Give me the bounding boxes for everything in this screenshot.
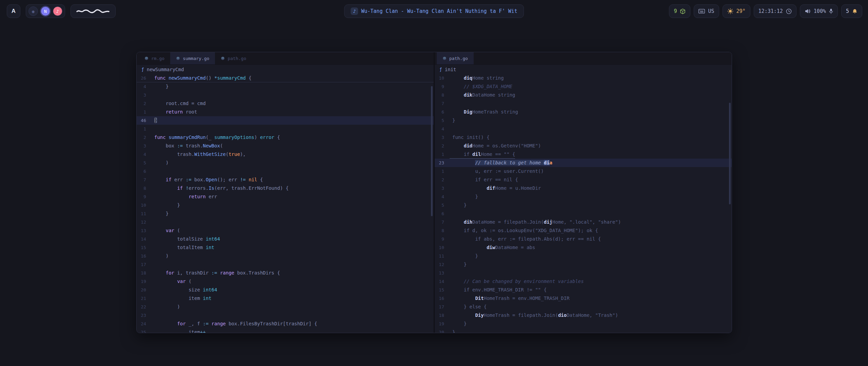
code-line[interactable]: 23 bbox=[137, 311, 434, 320]
line-number: 5 bbox=[137, 159, 152, 167]
code-line[interactable]: 12 bbox=[137, 218, 434, 226]
code-line[interactable]: 17 } else { bbox=[435, 303, 732, 311]
code-line[interactable]: 11 } bbox=[435, 252, 732, 260]
code-line[interactable]: 19 var ( bbox=[137, 277, 434, 286]
code-line[interactable]: 1 u, err := user.Current() bbox=[435, 167, 732, 176]
tab-summary.go[interactable]: summary.go bbox=[170, 52, 215, 64]
code-line[interactable]: 13 var ( bbox=[137, 226, 434, 235]
scrollbar-right[interactable] bbox=[729, 103, 731, 204]
code-line[interactable]: 18 for i, trashDir := range box.TrashDir… bbox=[137, 269, 434, 277]
workspace-1[interactable]: ◉ bbox=[28, 6, 38, 16]
sun-icon bbox=[727, 8, 733, 14]
code-line[interactable]: 4 } bbox=[435, 192, 732, 201]
code-line[interactable]: 14 // Can be changed by environment vari… bbox=[435, 277, 732, 286]
code-line[interactable]: 1 return root bbox=[137, 108, 434, 116]
launcher-button[interactable]: A bbox=[7, 4, 20, 18]
active-window-title-blurred[interactable] bbox=[71, 4, 116, 18]
code-line[interactable]: 16 DitHomeTrash = env.HOME_TRASH_DIR bbox=[435, 294, 732, 303]
line-number: 1 bbox=[137, 108, 152, 116]
code-line[interactable]: 16 ) bbox=[137, 252, 434, 260]
code-line[interactable]: 3 difHome = u.HomeDir bbox=[435, 184, 732, 192]
code-line[interactable]: 20 size int64 bbox=[137, 286, 434, 294]
code-line[interactable]: 10 diqHome string bbox=[435, 74, 732, 82]
line-number: 23 bbox=[435, 159, 450, 167]
top-bar: A ◉N♪ ♪ Wu-Tang Clan - Wu-Tang Clan Ain'… bbox=[0, 0, 868, 22]
now-playing-widget[interactable]: ♪ Wu-Tang Clan - Wu-Tang Clan Ain't Nuth… bbox=[344, 4, 524, 18]
code-line[interactable]: 1 if dilHome == "" { bbox=[435, 150, 732, 159]
code-line[interactable]: 8 if !errors.Is(err, trash.ErrNotFound) … bbox=[137, 184, 434, 192]
line-number: 11 bbox=[435, 252, 450, 260]
code-line[interactable]: 15 totalItem int bbox=[137, 243, 434, 252]
line-number: 13 bbox=[435, 269, 450, 277]
code-line[interactable]: 25 item++ bbox=[137, 328, 434, 333]
weather-pill[interactable]: 29° bbox=[723, 4, 750, 18]
code-line[interactable]: 26func newSummaryCmd() *summaryCmd { bbox=[137, 74, 434, 82]
code-line[interactable]: 3func init() { bbox=[435, 133, 732, 142]
function-icon: ƒ bbox=[141, 67, 144, 72]
code-line[interactable]: 13 bbox=[435, 269, 732, 277]
code-line[interactable]: 1 bbox=[137, 125, 434, 133]
tab-rm.go[interactable]: rm.go bbox=[139, 52, 170, 64]
code-line[interactable]: 46} bbox=[137, 116, 434, 125]
code-line[interactable]: 3 box := trash.NewBox( bbox=[137, 142, 434, 150]
code-line[interactable]: 4 bbox=[435, 125, 732, 133]
code-line[interactable]: 5} bbox=[435, 116, 732, 125]
scrollbar-left[interactable] bbox=[431, 86, 433, 216]
code-line[interactable]: 2func summaryCmdRun(_ summaryOptions) er… bbox=[137, 133, 434, 142]
code-line[interactable]: 10 } bbox=[137, 201, 434, 209]
code-line[interactable]: 14 totalSize int64 bbox=[137, 235, 434, 243]
code-line[interactable]: 20} bbox=[435, 328, 732, 333]
code-line[interactable]: 8 if d, ok := os.LookupEnv("XDG_DATA_HOM… bbox=[435, 226, 732, 235]
line-number: 19 bbox=[435, 320, 450, 328]
code-line[interactable]: 11 } bbox=[137, 209, 434, 218]
line-number: 15 bbox=[435, 286, 450, 294]
top-bar-status-cluster: 9US29°12:31:12100%5 bbox=[669, 4, 862, 18]
keyboard-layout-pill[interactable]: US bbox=[694, 4, 719, 18]
code-line[interactable]: 2 if err == nil { bbox=[435, 176, 732, 184]
code-line[interactable]: 12 } bbox=[435, 260, 732, 269]
code-line[interactable]: 24 for _, f := range box.FilesByTrashDir… bbox=[137, 320, 434, 328]
code-line[interactable]: 17 bbox=[137, 260, 434, 269]
tab-path.go[interactable]: path.go bbox=[437, 52, 474, 64]
function-icon: ƒ bbox=[439, 67, 442, 72]
clock-pill[interactable]: 12:31:12 bbox=[754, 4, 796, 18]
code-line[interactable]: 3 bbox=[137, 91, 434, 99]
code-line[interactable]: 9 // $XDG_DATA_HOME bbox=[435, 82, 732, 91]
updates-value: 9 bbox=[674, 8, 677, 14]
code-line[interactable]: 4 trash.WithGetSize(true), bbox=[137, 150, 434, 159]
line-number: 26 bbox=[137, 74, 152, 82]
code-line[interactable]: 7 dihDataHome = filepath.Join(dijHome, "… bbox=[435, 218, 732, 226]
tab-path.go[interactable]: path.go bbox=[215, 52, 252, 64]
code-line[interactable]: 6 DigHomeTrash string bbox=[435, 108, 732, 116]
code-line[interactable]: 23 // fallback to get home dia bbox=[435, 159, 732, 167]
code-line[interactable]: 2 root.cmd = cmd bbox=[137, 99, 434, 108]
code-line[interactable]: 4 } bbox=[137, 82, 434, 91]
line-number: 6 bbox=[435, 209, 450, 218]
notifications-pill[interactable]: 5 bbox=[841, 4, 862, 18]
workspace-3[interactable]: ♪ bbox=[53, 6, 62, 16]
code-line[interactable]: 9 if abs, err := filepath.Abs(d); err ==… bbox=[435, 235, 732, 243]
code-line[interactable]: 10 diwDataHome = abs bbox=[435, 243, 732, 252]
code-line[interactable]: 18 DiyHomeTrash = filepath.Join(dioDataH… bbox=[435, 311, 732, 320]
code-line[interactable]: 15 if env.HOME_TRASH_DIR != "" { bbox=[435, 286, 732, 294]
code-line[interactable]: 6 bbox=[435, 209, 732, 218]
code-line[interactable]: 2 didHome = os.Getenv("HOME") bbox=[435, 142, 732, 150]
clock-value: 12:31:12 bbox=[758, 8, 783, 14]
updates-pill[interactable]: 9 bbox=[669, 4, 690, 18]
code-line[interactable]: 9 return err bbox=[137, 192, 434, 201]
workspace-switcher: ◉N♪ bbox=[26, 4, 65, 18]
mic-icon bbox=[829, 8, 833, 14]
volume-pill[interactable]: 100% bbox=[800, 4, 838, 18]
line-number: 16 bbox=[137, 252, 152, 260]
code-line[interactable]: 5 ) bbox=[137, 159, 434, 167]
line-number: 19 bbox=[137, 277, 152, 286]
code-line[interactable]: 7 if err := box.Open(); err != nil { bbox=[137, 176, 434, 184]
code-line[interactable]: 21 item int bbox=[137, 294, 434, 303]
code-line[interactable]: 22 ) bbox=[137, 303, 434, 311]
workspace-2[interactable]: N bbox=[41, 6, 50, 16]
code-line[interactable]: 19 } bbox=[435, 320, 732, 328]
code-line[interactable]: 6 bbox=[137, 167, 434, 176]
code-line[interactable]: 8 dikDataHome string bbox=[435, 91, 732, 99]
code-line[interactable]: 7 bbox=[435, 99, 732, 108]
code-line[interactable]: 5 } bbox=[435, 201, 732, 209]
